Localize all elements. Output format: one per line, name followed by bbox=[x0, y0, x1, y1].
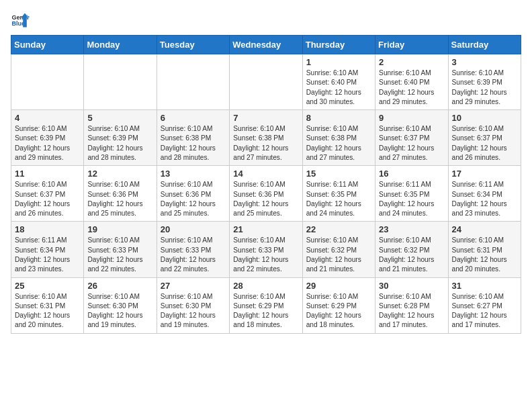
day-info: Sunrise: 6:11 AM Sunset: 6:35 PM Dayligh… bbox=[306, 180, 371, 218]
calendar-cell: 9Sunrise: 6:10 AM Sunset: 6:37 PM Daylig… bbox=[375, 110, 448, 166]
day-info: Sunrise: 6:11 AM Sunset: 6:34 PM Dayligh… bbox=[452, 180, 517, 218]
day-info: Sunrise: 6:10 AM Sunset: 6:30 PM Dayligh… bbox=[87, 292, 152, 330]
day-info: Sunrise: 6:10 AM Sunset: 6:33 PM Dayligh… bbox=[161, 236, 226, 274]
day-number: 11 bbox=[15, 169, 80, 179]
calendar-cell: 14Sunrise: 6:10 AM Sunset: 6:36 PM Dayli… bbox=[230, 166, 302, 222]
calendar-week-row: 11Sunrise: 6:10 AM Sunset: 6:37 PM Dayli… bbox=[11, 166, 521, 222]
day-number: 9 bbox=[379, 113, 444, 123]
calendar-cell: 3Sunrise: 6:10 AM Sunset: 6:39 PM Daylig… bbox=[448, 54, 521, 110]
day-number: 31 bbox=[452, 281, 517, 291]
day-info: Sunrise: 6:10 AM Sunset: 6:31 PM Dayligh… bbox=[15, 292, 80, 330]
day-info: Sunrise: 6:10 AM Sunset: 6:28 PM Dayligh… bbox=[379, 292, 444, 330]
calendar-cell: 24Sunrise: 6:10 AM Sunset: 6:31 PM Dayli… bbox=[448, 222, 521, 277]
day-info: Sunrise: 6:10 AM Sunset: 6:32 PM Dayligh… bbox=[306, 236, 371, 274]
day-info: Sunrise: 6:10 AM Sunset: 6:37 PM Dayligh… bbox=[15, 180, 80, 218]
day-number: 16 bbox=[379, 169, 444, 179]
calendar-cell bbox=[230, 54, 302, 110]
svg-text:Blue: Blue bbox=[11, 20, 25, 27]
day-info: Sunrise: 6:10 AM Sunset: 6:29 PM Dayligh… bbox=[306, 292, 371, 330]
day-info: Sunrise: 6:10 AM Sunset: 6:29 PM Dayligh… bbox=[233, 292, 298, 330]
day-info: Sunrise: 6:10 AM Sunset: 6:36 PM Dayligh… bbox=[161, 180, 226, 218]
day-number: 6 bbox=[161, 113, 226, 123]
calendar-cell: 7Sunrise: 6:10 AM Sunset: 6:38 PM Daylig… bbox=[230, 110, 302, 166]
day-info: Sunrise: 6:10 AM Sunset: 6:38 PM Dayligh… bbox=[161, 124, 226, 163]
calendar-week-row: 18Sunrise: 6:11 AM Sunset: 6:34 PM Dayli… bbox=[11, 222, 521, 277]
day-info: Sunrise: 6:10 AM Sunset: 6:33 PM Dayligh… bbox=[233, 236, 298, 274]
calendar-cell: 1Sunrise: 6:10 AM Sunset: 6:40 PM Daylig… bbox=[302, 54, 375, 110]
day-number: 5 bbox=[87, 113, 152, 123]
calendar-cell: 26Sunrise: 6:10 AM Sunset: 6:30 PM Dayli… bbox=[84, 277, 157, 333]
calendar-cell: 23Sunrise: 6:10 AM Sunset: 6:32 PM Dayli… bbox=[375, 222, 448, 277]
day-info: Sunrise: 6:10 AM Sunset: 6:40 PM Dayligh… bbox=[306, 68, 371, 107]
calendar-cell bbox=[84, 54, 157, 110]
day-number: 12 bbox=[87, 169, 152, 179]
day-number: 22 bbox=[306, 224, 371, 234]
calendar-cell: 16Sunrise: 6:11 AM Sunset: 6:35 PM Dayli… bbox=[375, 166, 448, 222]
calendar-cell: 2Sunrise: 6:10 AM Sunset: 6:40 PM Daylig… bbox=[375, 54, 448, 110]
day-number: 2 bbox=[379, 57, 444, 67]
day-info: Sunrise: 6:10 AM Sunset: 6:38 PM Dayligh… bbox=[233, 124, 298, 163]
day-info: Sunrise: 6:10 AM Sunset: 6:38 PM Dayligh… bbox=[306, 124, 371, 163]
day-info: Sunrise: 6:10 AM Sunset: 6:31 PM Dayligh… bbox=[452, 236, 517, 274]
day-info: Sunrise: 6:10 AM Sunset: 6:37 PM Dayligh… bbox=[379, 124, 444, 163]
calendar-cell: 13Sunrise: 6:10 AM Sunset: 6:36 PM Dayli… bbox=[157, 166, 229, 222]
weekday-header-row: SundayMondayTuesdayWednesdayThursdayFrid… bbox=[11, 36, 521, 54]
calendar-cell: 21Sunrise: 6:10 AM Sunset: 6:33 PM Dayli… bbox=[230, 222, 302, 277]
calendar-cell: 15Sunrise: 6:11 AM Sunset: 6:35 PM Dayli… bbox=[302, 166, 375, 222]
weekday-header-saturday: Saturday bbox=[448, 36, 521, 54]
day-number: 20 bbox=[161, 224, 226, 234]
day-number: 18 bbox=[15, 224, 80, 234]
calendar-week-row: 1Sunrise: 6:10 AM Sunset: 6:40 PM Daylig… bbox=[11, 54, 521, 110]
day-info: Sunrise: 6:10 AM Sunset: 6:36 PM Dayligh… bbox=[233, 180, 298, 218]
weekday-header-monday: Monday bbox=[84, 36, 157, 54]
calendar-cell: 10Sunrise: 6:10 AM Sunset: 6:37 PM Dayli… bbox=[448, 110, 521, 166]
day-number: 10 bbox=[452, 113, 517, 123]
day-info: Sunrise: 6:10 AM Sunset: 6:40 PM Dayligh… bbox=[379, 68, 444, 107]
header: General Blue bbox=[11, 11, 521, 30]
calendar-cell bbox=[11, 54, 84, 110]
day-number: 17 bbox=[452, 169, 517, 179]
calendar-cell: 18Sunrise: 6:11 AM Sunset: 6:34 PM Dayli… bbox=[11, 222, 84, 277]
weekday-header-tuesday: Tuesday bbox=[157, 36, 229, 54]
logo-icon: General Blue bbox=[11, 11, 30, 30]
calendar-table: SundayMondayTuesdayWednesdayThursdayFrid… bbox=[11, 35, 521, 334]
calendar-cell: 6Sunrise: 6:10 AM Sunset: 6:38 PM Daylig… bbox=[157, 110, 229, 166]
day-number: 7 bbox=[233, 113, 298, 123]
day-number: 1 bbox=[306, 57, 371, 67]
day-number: 26 bbox=[87, 281, 152, 291]
day-info: Sunrise: 6:10 AM Sunset: 6:39 PM Dayligh… bbox=[87, 124, 152, 163]
calendar-cell: 31Sunrise: 6:10 AM Sunset: 6:27 PM Dayli… bbox=[448, 277, 521, 333]
day-number: 15 bbox=[306, 169, 371, 179]
calendar-cell: 8Sunrise: 6:10 AM Sunset: 6:38 PM Daylig… bbox=[302, 110, 375, 166]
weekday-header-friday: Friday bbox=[375, 36, 448, 54]
day-number: 19 bbox=[87, 224, 152, 234]
day-number: 28 bbox=[233, 281, 298, 291]
day-info: Sunrise: 6:11 AM Sunset: 6:35 PM Dayligh… bbox=[379, 180, 444, 218]
calendar-week-row: 4Sunrise: 6:10 AM Sunset: 6:39 PM Daylig… bbox=[11, 110, 521, 166]
day-number: 25 bbox=[15, 281, 80, 291]
day-number: 14 bbox=[233, 169, 298, 179]
day-number: 13 bbox=[161, 169, 226, 179]
calendar-cell bbox=[157, 54, 229, 110]
day-number: 3 bbox=[452, 57, 517, 67]
day-info: Sunrise: 6:10 AM Sunset: 6:30 PM Dayligh… bbox=[161, 292, 226, 330]
day-info: Sunrise: 6:10 AM Sunset: 6:39 PM Dayligh… bbox=[15, 124, 80, 163]
calendar-cell: 27Sunrise: 6:10 AM Sunset: 6:30 PM Dayli… bbox=[157, 277, 229, 333]
weekday-header-thursday: Thursday bbox=[302, 36, 375, 54]
day-info: Sunrise: 6:11 AM Sunset: 6:34 PM Dayligh… bbox=[15, 236, 80, 274]
calendar-cell: 11Sunrise: 6:10 AM Sunset: 6:37 PM Dayli… bbox=[11, 166, 84, 222]
day-number: 24 bbox=[452, 224, 517, 234]
calendar-cell: 12Sunrise: 6:10 AM Sunset: 6:36 PM Dayli… bbox=[84, 166, 157, 222]
day-number: 27 bbox=[161, 281, 226, 291]
day-info: Sunrise: 6:10 AM Sunset: 6:36 PM Dayligh… bbox=[87, 180, 152, 218]
calendar-cell: 25Sunrise: 6:10 AM Sunset: 6:31 PM Dayli… bbox=[11, 277, 84, 333]
calendar-cell: 30Sunrise: 6:10 AM Sunset: 6:28 PM Dayli… bbox=[375, 277, 448, 333]
day-number: 4 bbox=[15, 113, 80, 123]
calendar-week-row: 25Sunrise: 6:10 AM Sunset: 6:31 PM Dayli… bbox=[11, 277, 521, 333]
calendar-cell: 19Sunrise: 6:10 AM Sunset: 6:33 PM Dayli… bbox=[84, 222, 157, 277]
day-number: 23 bbox=[379, 224, 444, 234]
calendar-cell: 20Sunrise: 6:10 AM Sunset: 6:33 PM Dayli… bbox=[157, 222, 229, 277]
day-number: 29 bbox=[306, 281, 371, 291]
day-info: Sunrise: 6:10 AM Sunset: 6:32 PM Dayligh… bbox=[379, 236, 444, 274]
calendar-cell: 17Sunrise: 6:11 AM Sunset: 6:34 PM Dayli… bbox=[448, 166, 521, 222]
